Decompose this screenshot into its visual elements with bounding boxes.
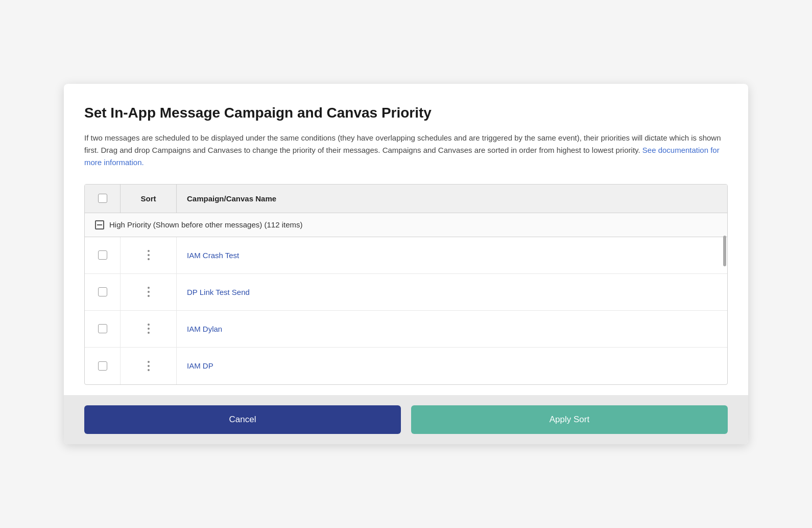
group-label: High Priority (Shown before other messag…	[109, 220, 303, 229]
drag-handle-2[interactable]	[121, 311, 177, 347]
row-checkbox-1[interactable]	[98, 287, 107, 296]
table-row: DP Link Test Send	[85, 274, 727, 311]
group-header[interactable]: High Priority (Shown before other messag…	[85, 213, 727, 237]
drag-dot-1	[148, 250, 150, 252]
row-name-1[interactable]: DP Link Test Send	[177, 288, 727, 296]
row-checkbox-0[interactable]	[98, 250, 107, 260]
campaign-link-0[interactable]: IAM Crash Test	[187, 251, 239, 260]
drag-dot-1	[148, 361, 150, 363]
drag-handle-3[interactable]	[121, 348, 177, 384]
modal-title: Set In-App Message Campaign and Canvas P…	[84, 104, 728, 122]
row-checkbox-2[interactable]	[98, 324, 107, 333]
campaign-link-3[interactable]: IAM DP	[187, 361, 213, 370]
row-checkbox-col-3[interactable]	[85, 348, 121, 384]
header-sort-col: Sort	[121, 185, 177, 213]
header-checkbox-col[interactable]	[85, 185, 121, 213]
drag-handle-0[interactable]	[121, 237, 177, 273]
table-rows-container: IAM Crash Test DP Link Test Send	[85, 237, 727, 384]
drag-dots-icon	[148, 287, 150, 297]
drag-dot-2	[148, 328, 150, 330]
row-checkbox-col-0[interactable]	[85, 237, 121, 273]
drag-dot-3	[148, 295, 150, 297]
header-name-col: Campaign/Canvas Name	[177, 194, 727, 203]
collapse-group-icon[interactable]	[95, 220, 104, 229]
drag-dots-icon	[148, 361, 150, 371]
row-checkbox-col-1[interactable]	[85, 274, 121, 310]
priority-table: Sort Campaign/Canvas Name High Priority …	[84, 184, 728, 385]
row-name-2[interactable]: IAM Dylan	[177, 325, 727, 333]
row-checkbox-col-2[interactable]	[85, 311, 121, 347]
drag-dot-2	[148, 254, 150, 256]
drag-handle-1[interactable]	[121, 274, 177, 310]
row-name-3[interactable]: IAM DP	[177, 361, 727, 370]
drag-dot-3	[148, 258, 150, 260]
drag-dots-icon	[148, 324, 150, 334]
modal-body: Set In-App Message Campaign and Canvas P…	[64, 84, 748, 385]
row-checkbox-3[interactable]	[98, 361, 107, 371]
table-row: IAM DP	[85, 348, 727, 384]
drag-dot-3	[148, 332, 150, 334]
campaign-link-1[interactable]: DP Link Test Send	[187, 288, 250, 296]
drag-dot-1	[148, 324, 150, 326]
name-column-label: Campaign/Canvas Name	[187, 194, 276, 203]
table-row: IAM Dylan	[85, 311, 727, 348]
modal-description: If two messages are scheduled to be disp…	[84, 132, 728, 169]
modal-footer: Cancel Apply Sort	[64, 395, 748, 444]
drag-dot-3	[148, 369, 150, 371]
campaign-link-2[interactable]: IAM Dylan	[187, 325, 222, 333]
drag-dot-2	[148, 291, 150, 293]
row-name-0[interactable]: IAM Crash Test	[177, 251, 727, 260]
drag-dots-icon	[148, 250, 150, 260]
drag-dot-2	[148, 365, 150, 367]
table-header: Sort Campaign/Canvas Name	[85, 185, 727, 213]
scrollbar[interactable]	[723, 236, 726, 266]
select-all-checkbox[interactable]	[98, 194, 107, 203]
description-text: If two messages are scheduled to be disp…	[84, 133, 721, 154]
table-row: IAM Crash Test	[85, 237, 727, 274]
cancel-button[interactable]: Cancel	[84, 405, 401, 434]
apply-sort-button[interactable]: Apply Sort	[411, 405, 728, 434]
modal: Set In-App Message Campaign and Canvas P…	[64, 84, 748, 444]
sort-column-label: Sort	[141, 194, 156, 203]
drag-dot-1	[148, 287, 150, 289]
